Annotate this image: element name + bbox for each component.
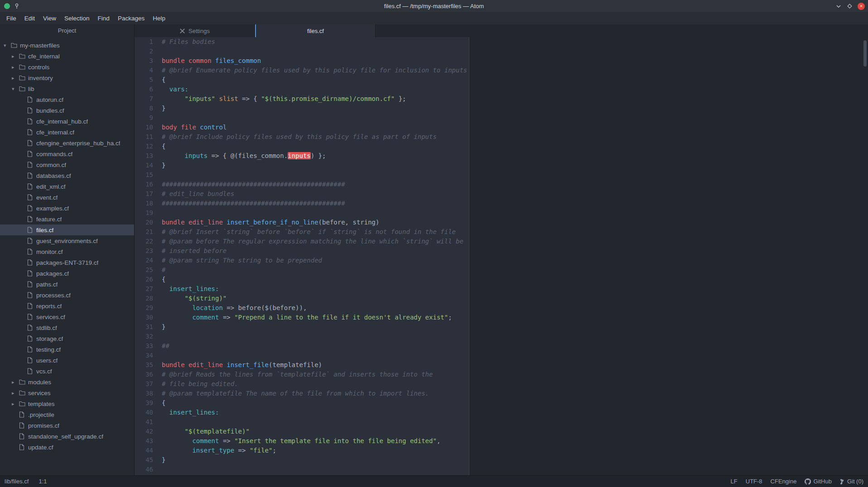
code-line[interactable]: # @brief Reads the lines from `templatef… (162, 370, 469, 379)
code-area[interactable]: # Files bodiesbundle common files_common… (159, 37, 469, 475)
tree-file-testing.cf[interactable]: testing.cf (0, 344, 134, 355)
tree-folder-modules[interactable]: ▸modules (0, 377, 134, 387)
line-number[interactable]: 8 (135, 104, 153, 113)
tree-file-cfengine_enterprise_hub_ha.cf[interactable]: cfengine_enterprise_hub_ha.cf (0, 138, 134, 148)
line-number[interactable]: 20 (135, 218, 153, 227)
line-number[interactable]: 14 (135, 161, 153, 170)
line-number[interactable]: 42 (135, 427, 153, 436)
code-line[interactable]: "inputs" slist => { "$(this.promise_dirn… (162, 94, 469, 104)
status-git-branch[interactable]: Git (0) (840, 478, 863, 485)
line-number[interactable]: 39 (135, 398, 153, 408)
status-github[interactable]: GitHub (805, 478, 831, 485)
code-line[interactable]: bundle edit_line insert_file(templatefil… (162, 360, 469, 370)
code-line[interactable] (162, 113, 469, 123)
menu-help[interactable]: Help (149, 12, 169, 24)
tree-file-packages-ENT-3719.cf[interactable]: packages-ENT-3719.cf (0, 257, 134, 268)
tree-file-.projectile[interactable]: .projectile (0, 409, 134, 420)
code-line[interactable] (162, 417, 469, 427)
line-number[interactable]: 38 (135, 389, 153, 398)
line-number[interactable]: 30 (135, 313, 153, 322)
tree-file-vcs.cf[interactable]: vcs.cf (0, 366, 134, 377)
tree-file-guest_environments.cf[interactable]: guest_environments.cf (0, 235, 134, 246)
code-line[interactable]: } (162, 322, 469, 332)
maximize-icon[interactable] (847, 3, 853, 9)
code-line[interactable]: ########################################… (162, 180, 469, 189)
line-number[interactable]: 36 (135, 370, 153, 379)
code-line[interactable]: # file being edited. (162, 379, 469, 389)
code-line[interactable]: # @brief Insert `string` before `before`… (162, 227, 469, 237)
line-number[interactable]: 46 (135, 465, 153, 474)
line-number[interactable]: 27 (135, 284, 153, 294)
menu-view[interactable]: View (39, 12, 60, 24)
code-line[interactable]: comment => "Insert the template file int… (162, 436, 469, 446)
tree-file-standalone_self_upgrade.cf[interactable]: standalone_self_upgrade.cf (0, 431, 134, 442)
code-line[interactable]: ## (162, 341, 469, 351)
tree-file-storage.cf[interactable]: storage.cf (0, 333, 134, 344)
code-line[interactable]: insert_lines: (162, 408, 469, 417)
tree-file-cfe_internal.cf[interactable]: cfe_internal.cf (0, 127, 134, 138)
line-number[interactable]: 44 (135, 446, 153, 455)
close-icon[interactable]: × (858, 3, 865, 10)
menu-find[interactable]: Find (94, 12, 114, 24)
code-line[interactable]: { (162, 275, 469, 284)
tree-file-promises.cf[interactable]: promises.cf (0, 420, 134, 431)
code-line[interactable]: insert_type => "file"; (162, 446, 469, 455)
line-number[interactable]: 26 (135, 275, 153, 284)
tree-file-databases.cf[interactable]: databases.cf (0, 170, 134, 181)
code-line[interactable]: location => before($(before)), (162, 303, 469, 313)
code-line[interactable]: # @param string The string to be prepend… (162, 256, 469, 265)
app-indicator-icon[interactable] (4, 3, 10, 9)
code-line[interactable]: "$(templatefile)" (162, 427, 469, 436)
line-number[interactable]: 19 (135, 208, 153, 218)
tree-file-commands.cf[interactable]: commands.cf (0, 148, 134, 159)
status-cursor-position[interactable]: 1:1 (39, 478, 47, 485)
line-number[interactable]: 5 (135, 75, 153, 85)
tree-file-cfe_internal_hub.cf[interactable]: cfe_internal_hub.cf (0, 116, 134, 127)
tree-file-services.cf[interactable]: services.cf (0, 311, 134, 322)
code-line[interactable]: ########################################… (162, 199, 469, 208)
line-number[interactable]: 24 (135, 256, 153, 265)
code-line[interactable] (162, 208, 469, 218)
code-line[interactable]: comment => "Prepend a line to the file i… (162, 313, 469, 322)
line-number[interactable]: 3 (135, 56, 153, 66)
code-line[interactable]: # (162, 265, 469, 275)
code-line[interactable]: { (162, 75, 469, 85)
line-number[interactable]: 23 (135, 246, 153, 256)
tree-folder-my-masterfiles[interactable]: ▾my-masterfiles (0, 40, 134, 51)
status-encoding[interactable]: UTF-8 (746, 478, 762, 485)
tree-file-monitor.cf[interactable]: monitor.cf (0, 246, 134, 257)
line-number[interactable]: 4 (135, 66, 153, 75)
line-number[interactable]: 15 (135, 170, 153, 180)
code-line[interactable]: vars: (162, 85, 469, 94)
code-line[interactable]: { (162, 398, 469, 408)
tree-folder-templates[interactable]: ▸templates (0, 398, 134, 409)
code-line[interactable]: # inserted before (162, 246, 469, 256)
pin-icon[interactable] (14, 3, 19, 9)
tree-file-event.cf[interactable]: event.cf (0, 192, 134, 203)
tree-file-stdlib.cf[interactable]: stdlib.cf (0, 322, 134, 333)
line-number[interactable]: 22 (135, 237, 153, 246)
tree-folder-controls[interactable]: ▸controls (0, 62, 134, 72)
tree-file-packages.cf[interactable]: packages.cf (0, 268, 134, 279)
line-number[interactable]: 2 (135, 47, 153, 56)
tab-settings[interactable]: Settings (135, 24, 255, 37)
code-line[interactable]: body file control (162, 123, 469, 132)
code-line[interactable] (162, 465, 469, 474)
code-line[interactable]: # @param before The regular expression m… (162, 237, 469, 246)
code-line[interactable]: # @brief Enumerate policy files used by … (162, 66, 469, 75)
code-line[interactable]: { (162, 142, 469, 151)
code-line[interactable] (162, 332, 469, 341)
menu-selection[interactable]: Selection (60, 12, 94, 24)
line-number[interactable]: 40 (135, 408, 153, 417)
line-number[interactable]: 9 (135, 113, 153, 123)
editor-scrollbar-thumb[interactable] (863, 40, 867, 67)
line-number[interactable]: 1 (135, 37, 153, 47)
line-number[interactable]: 11 (135, 132, 153, 142)
tree-file-reports.cf[interactable]: reports.cf (0, 301, 134, 311)
line-number[interactable]: 33 (135, 341, 153, 351)
line-number[interactable]: 35 (135, 360, 153, 370)
line-number[interactable]: 6 (135, 85, 153, 94)
tree-folder-lib[interactable]: ▾lib (0, 83, 134, 94)
tree-file-files.cf[interactable]: files.cf (0, 224, 134, 235)
tree-file-examples.cf[interactable]: examples.cf (0, 203, 134, 214)
